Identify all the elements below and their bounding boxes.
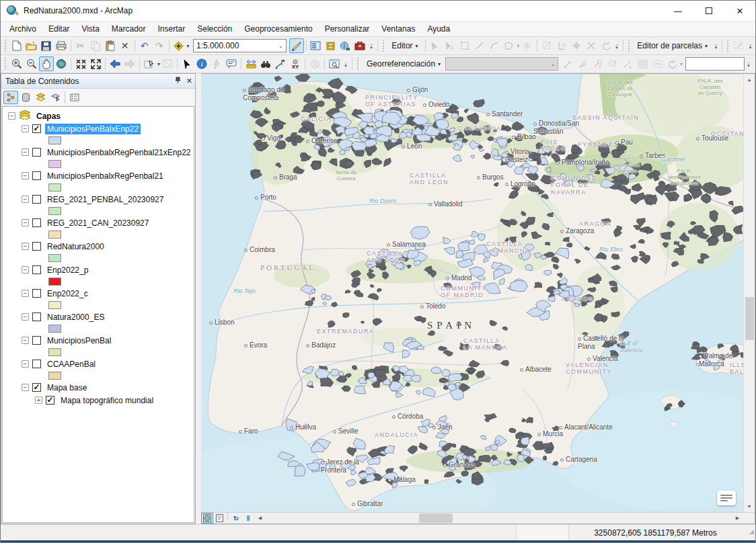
layer-symbol-swatch[interactable] <box>48 325 61 333</box>
layer-symbol-swatch[interactable] <box>48 254 61 262</box>
layer-label[interactable]: REG_2021_PENBAL_20230927 <box>45 194 165 205</box>
georef-layer-combobox[interactable]: ⌄ <box>445 57 558 71</box>
layer-label[interactable]: MunicipiosPenBalxEnp22 <box>45 124 141 134</box>
layer-visibility-checkbox[interactable] <box>32 195 41 204</box>
collapse-icon[interactable]: − <box>22 337 29 344</box>
find-route-button[interactable] <box>273 56 288 71</box>
redo-button[interactable]: ↷ <box>152 38 167 53</box>
delete-button[interactable]: ✕ <box>118 38 133 53</box>
open-button[interactable] <box>24 38 39 53</box>
map-horizontal-scrollbar[interactable]: ◀ ▶ <box>254 513 743 524</box>
layer-label[interactable]: CCAAPenBal <box>45 359 98 370</box>
layer-visibility-checkbox[interactable] <box>32 336 41 345</box>
extra-toolbar-overflow[interactable]: ‥▾ <box>747 39 754 52</box>
layer-visibility-checkbox[interactable]: ✓ <box>46 396 54 405</box>
layer-symbol-swatch[interactable] <box>48 348 61 356</box>
map-scale-combobox[interactable]: 1:5.000.000 ⌄ <box>193 39 287 52</box>
menu-ventanas[interactable]: Ventanas <box>375 22 421 36</box>
go-forward-extent-button[interactable] <box>122 56 137 71</box>
pause-drawing-button[interactable]: ‖ <box>242 513 254 524</box>
pan-tool-button[interactable] <box>39 56 54 71</box>
layer-visibility-checkbox[interactable] <box>32 218 41 227</box>
collapse-icon[interactable]: − <box>22 196 29 203</box>
parcel-editor-menu-button[interactable]: Editor de parcelas▾ <box>632 39 712 52</box>
layer-visibility-checkbox[interactable]: ✓ <box>32 383 41 392</box>
georef-angle-input[interactable] <box>685 57 745 71</box>
select-elements-button[interactable] <box>180 56 194 71</box>
menu-editar[interactable]: Editar <box>42 22 75 36</box>
select-link-button[interactable] <box>591 56 605 71</box>
menu-marcador[interactable]: Marcador <box>106 22 152 36</box>
layer-label[interactable]: RedNatura2000 <box>45 241 106 252</box>
layer-label[interactable]: Enp2022_c <box>45 288 90 299</box>
time-slider-button[interactable] <box>307 56 322 71</box>
select-features-button[interactable] <box>142 56 157 71</box>
go-back-extent-button[interactable] <box>108 56 122 71</box>
clear-selection-button[interactable] <box>160 56 175 71</box>
collapse-icon[interactable]: − <box>22 125 29 132</box>
layer-symbol-swatch[interactable] <box>48 278 61 286</box>
refresh-view-button[interactable]: ↻ <box>230 513 242 524</box>
copy-button[interactable] <box>88 38 103 53</box>
list-by-selection-button[interactable] <box>48 91 63 104</box>
layer-label[interactable]: MunicipiosPenbalxRegPenbal21 <box>45 171 165 181</box>
map-vertical-scrollbar[interactable]: ▲ ▼ <box>743 74 755 512</box>
undo-button[interactable]: ↶ <box>137 38 152 53</box>
toc-header[interactable]: Tabla de Contenidos ✕ <box>1 74 195 89</box>
maximize-button[interactable] <box>693 1 724 21</box>
edit-sketch-tool-button[interactable] <box>289 38 304 53</box>
paste-button[interactable] <box>103 38 118 53</box>
rotate-tool-button[interactable] <box>599 38 613 53</box>
layer-visibility-checkbox[interactable] <box>32 360 41 368</box>
parcel-toolbar-overflow[interactable]: ‥▾ <box>712 39 720 52</box>
zoom-in-button[interactable] <box>9 56 24 71</box>
menu-insertar[interactable]: Insertar <box>152 22 192 36</box>
rotate-image-button[interactable] <box>665 56 679 71</box>
layer-symbol-swatch[interactable] <box>48 136 61 144</box>
split-tool-button[interactable] <box>554 38 569 53</box>
layer-visibility-checkbox[interactable] <box>32 312 41 321</box>
create-viewer-window-button[interactable] <box>327 56 342 71</box>
polygon-tool-dropdown[interactable]: ▾ <box>517 43 520 49</box>
full-extent-button[interactable] <box>54 56 69 71</box>
cut-button[interactable]: ✂ <box>73 38 88 53</box>
edit-tool-button[interactable] <box>428 38 443 53</box>
basemap-attribution-widget[interactable] <box>717 491 736 505</box>
delete-link-button[interactable] <box>620 56 635 71</box>
fixed-zoom-out-button[interactable] <box>88 56 103 71</box>
resize-grip[interactable]: ◢ <box>742 528 755 537</box>
layout-view-button[interactable] <box>213 513 225 524</box>
tools-toolbar-overflow[interactable]: ‥▾ <box>342 57 350 71</box>
layer-symbol-swatch[interactable] <box>48 301 61 309</box>
capas-root-label[interactable]: Capas <box>34 111 63 122</box>
toc-options-button[interactable] <box>67 91 82 104</box>
collapse-icon[interactable]: − <box>22 219 29 226</box>
horizontal-scroll-thumb[interactable] <box>419 513 453 523</box>
select-parcel-features-button[interactable] <box>732 38 747 53</box>
collapse-icon[interactable]: − <box>22 360 29 368</box>
collapse-icon[interactable]: − <box>22 172 29 179</box>
expand-icon[interactable]: + <box>35 396 42 404</box>
scroll-up-arrow[interactable]: ▲ <box>744 74 755 85</box>
map-canvas[interactable]: Santiago de CompostelaGijónOviedoPRINCIP… <box>201 74 743 512</box>
layer-label[interactable]: MunicipiosPenbalxRegPenbal21xEnp22 <box>45 147 192 158</box>
trim-tool-button[interactable] <box>584 38 599 53</box>
table-of-contents-window-button[interactable] <box>308 38 323 53</box>
auto-registration-button[interactable] <box>576 56 591 71</box>
menu-archivo[interactable]: Archivo <box>3 22 42 36</box>
tools-grip[interactable] <box>4 58 7 70</box>
editor-toolbar-overflow[interactable]: ‥▾ <box>613 39 621 52</box>
menu-vista[interactable]: Vista <box>75 22 105 36</box>
zoom-out-button[interactable] <box>24 56 39 71</box>
scroll-right-arrow[interactable]: ▶ <box>732 513 743 524</box>
search-window-button[interactable] <box>338 38 352 53</box>
list-by-drawing-order-button[interactable] <box>3 91 18 104</box>
toc-close-icon[interactable]: ✕ <box>186 77 192 85</box>
new-document-button[interactable] <box>9 38 24 53</box>
layer-visibility-checkbox[interactable] <box>32 148 41 157</box>
collapse-icon[interactable]: − <box>22 384 29 391</box>
cut-polygons-button[interactable] <box>539 38 554 53</box>
georef-toolbar-overflow[interactable]: ‥▾ <box>745 57 753 71</box>
collapse-icon[interactable]: − <box>22 243 29 250</box>
layer-visibility-checkbox[interactable] <box>32 242 41 251</box>
